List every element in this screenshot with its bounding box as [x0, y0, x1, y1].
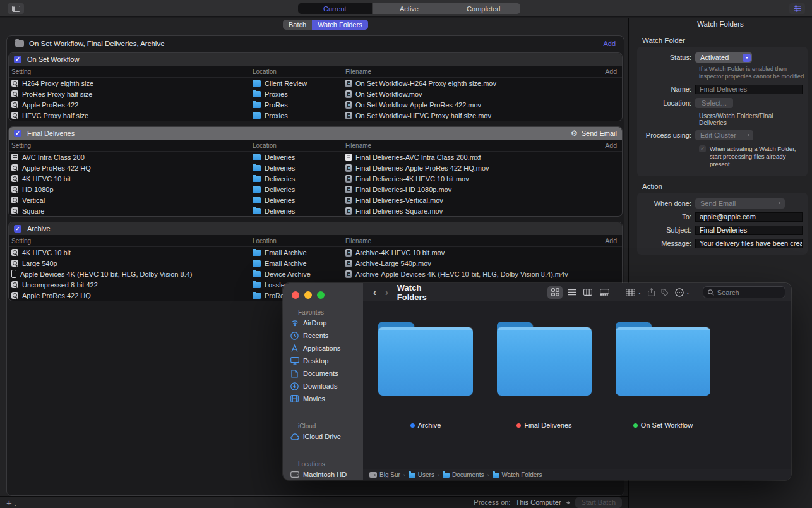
start-batch-button[interactable]: Start Batch: [575, 497, 622, 508]
folder-on-set-workflow[interactable]: [616, 322, 710, 396]
list-view-button[interactable]: [564, 286, 579, 299]
subject-field[interactable]: Final Devileries: [695, 226, 803, 235]
icon-view-button[interactable]: [547, 286, 563, 299]
tab-current[interactable]: Current: [298, 3, 373, 14]
sidebar-item-airdrop[interactable]: AirDrop: [283, 317, 363, 329]
inspector-toggle-button[interactable]: [789, 3, 805, 14]
path-item-watch-folders[interactable]: Watch Folders: [493, 471, 542, 478]
group-by-button[interactable]: ⌄: [626, 289, 642, 296]
column-filename: Filename: [345, 68, 622, 75]
gallery-view-button[interactable]: [597, 286, 612, 299]
column-setting: Setting: [9, 238, 253, 245]
folder-archive[interactable]: [378, 322, 473, 396]
sidebar-section-label: Favorites: [298, 309, 363, 316]
table-row[interactable]: SquareDeliveriesFinal Deliveries-Square.…: [9, 205, 622, 216]
sidebar-item-recents[interactable]: Recents: [283, 329, 363, 342]
movies-icon: [290, 394, 299, 404]
add-setting-button[interactable]: Add: [605, 68, 617, 75]
add-batch-button[interactable]: + ⌄: [6, 498, 17, 507]
table-row[interactable]: Apple ProRes 422ProResOn Set Workflow-Ap…: [9, 99, 622, 110]
process-using-label: Process using:: [641, 131, 691, 139]
setting-name: Vertical: [22, 197, 45, 204]
table-row[interactable]: Apple ProRes 422 HQDeliveriesFinal Deliv…: [9, 162, 622, 173]
share-button[interactable]: [648, 288, 655, 296]
setting-name: 4K HEVC 10 bit: [22, 249, 71, 257]
mode-watch-folders[interactable]: Watch Folders: [312, 20, 368, 30]
sidebar-toggle-button[interactable]: [8, 3, 24, 14]
add-watch-folder-button[interactable]: Add: [603, 40, 616, 47]
sidebar-item-macintosh-hd[interactable]: Macintosh HD: [283, 468, 363, 480]
view-buttons: [547, 286, 612, 299]
group-action-button[interactable]: ⚙Send Email: [571, 130, 617, 137]
add-setting-button[interactable]: Add: [605, 142, 617, 149]
back-button[interactable]: ‹: [369, 287, 381, 298]
message-field[interactable]: Your delivery files have been created: [695, 239, 803, 248]
sidebar-item-movies[interactable]: Movies: [283, 392, 363, 405]
table-row[interactable]: ProRes Proxy half sizeProxiesOn Set Work…: [9, 88, 622, 99]
process-using-popup[interactable]: Edit Cluster: [695, 130, 753, 140]
more-actions-button[interactable]: ⌄: [675, 288, 690, 297]
table-row[interactable]: HD 1080pDeliveriesFinal Deliveries-HD 10…: [9, 184, 622, 195]
when-done-popup[interactable]: Send Email: [695, 198, 785, 209]
search-placeholder: Search: [717, 289, 739, 296]
group-action-label: Send Email: [582, 130, 617, 137]
group-header[interactable]: ✓On Set Workflow: [9, 53, 622, 66]
path-item-big-sur[interactable]: Big Sur: [369, 471, 400, 478]
group-checkbox[interactable]: ✓: [14, 130, 21, 137]
search-input[interactable]: Search: [703, 286, 785, 298]
to-field[interactable]: apple@apple.com: [695, 212, 803, 222]
status-popup[interactable]: Activated: [695, 52, 752, 63]
group-header[interactable]: ✓Archive: [9, 222, 622, 235]
table-row[interactable]: H264 Proxy eighth sizeClient ReviewOn Se…: [9, 78, 622, 88]
table-row[interactable]: 4K HEVC 10 bitEmail ArchiveArchive-4K HE…: [9, 247, 622, 258]
sidebar-item-applications[interactable]: Applications: [283, 342, 363, 354]
sidebar-item-label: Macintosh HD: [303, 471, 347, 478]
folder-label-on-set-workflow[interactable]: On Set Workflow: [615, 421, 711, 429]
recents-icon: [290, 331, 299, 341]
folder-icon: [253, 197, 261, 203]
minimize-icon[interactable]: [304, 291, 312, 299]
path-item-label: Documents: [452, 471, 484, 478]
group-checkbox[interactable]: ✓: [14, 56, 21, 63]
finder-sidebar-sections: FavoritesAirDropRecentsApplicationsDeskt…: [283, 304, 363, 480]
group-title: Final Deliveries: [27, 130, 75, 137]
forward-button[interactable]: ›: [381, 287, 393, 298]
sidebar-section-label: Locations: [298, 461, 363, 468]
folder-final-deliveries[interactable]: [497, 322, 592, 396]
compressor-icon: [11, 112, 18, 119]
zoom-icon[interactable]: [317, 291, 325, 299]
tab-completed[interactable]: Completed: [446, 3, 520, 14]
sidebar-item-downloads[interactable]: Downloads: [283, 380, 363, 392]
tab-active[interactable]: Active: [373, 3, 447, 14]
name-field[interactable]: Final Deliveries: [695, 85, 803, 94]
sidebar-item-icloud-drive[interactable]: iCloud Drive: [283, 430, 363, 443]
stepper-arrows-icon[interactable]: [566, 499, 570, 506]
add-setting-button[interactable]: Add: [605, 237, 617, 245]
filename-cell: Final Deliveries-Square.mov: [345, 207, 622, 215]
mode-batch[interactable]: Batch: [283, 20, 312, 30]
group-checkbox[interactable]: ✓: [14, 225, 21, 233]
close-icon[interactable]: [292, 291, 299, 299]
group-header[interactable]: ✓Final Deliveries⚙Send Email: [9, 127, 622, 140]
folder-label-final-deliveries[interactable]: Final Deliveries: [496, 421, 592, 429]
folder-icon: [253, 271, 261, 277]
path-item-users[interactable]: Users: [409, 471, 434, 478]
sidebar-item-documents[interactable]: Documents: [283, 367, 363, 380]
location-select-button[interactable]: Select...: [695, 98, 733, 108]
process-on-popup[interactable]: This Computer: [515, 499, 561, 506]
table-row[interactable]: VerticalDeliveriesFinal Deliveries-Verti…: [9, 195, 622, 205]
table-row[interactable]: 4K HEVC 10 bitDeliveriesFinal Deliveries…: [9, 173, 622, 184]
sidebar-item-desktop[interactable]: Desktop: [283, 354, 363, 367]
table-row[interactable]: Apple Devices 4K (HEVC 10-bit, HLG, Dolb…: [9, 269, 622, 279]
name-label: Name:: [641, 85, 691, 93]
chevron-right-icon: ›: [487, 472, 489, 478]
table-row[interactable]: HEVC Proxy half sizeProxiesOn Set Workfl…: [9, 110, 622, 121]
table-row[interactable]: AVC Intra Class 200DeliveriesFinal Deliv…: [9, 152, 622, 162]
tags-button[interactable]: [661, 289, 669, 296]
batch-group-header[interactable]: On Set Workflow, Final Deliveries, Archi…: [7, 36, 624, 51]
start-processing-checkbox[interactable]: ✓: [699, 145, 706, 152]
path-item-documents[interactable]: Documents: [443, 471, 484, 478]
folder-label-archive[interactable]: Archive: [378, 421, 474, 429]
column-view-button[interactable]: [580, 286, 595, 299]
table-row[interactable]: Large 540pEmail ArchiveArchive-Large 540…: [9, 258, 622, 269]
